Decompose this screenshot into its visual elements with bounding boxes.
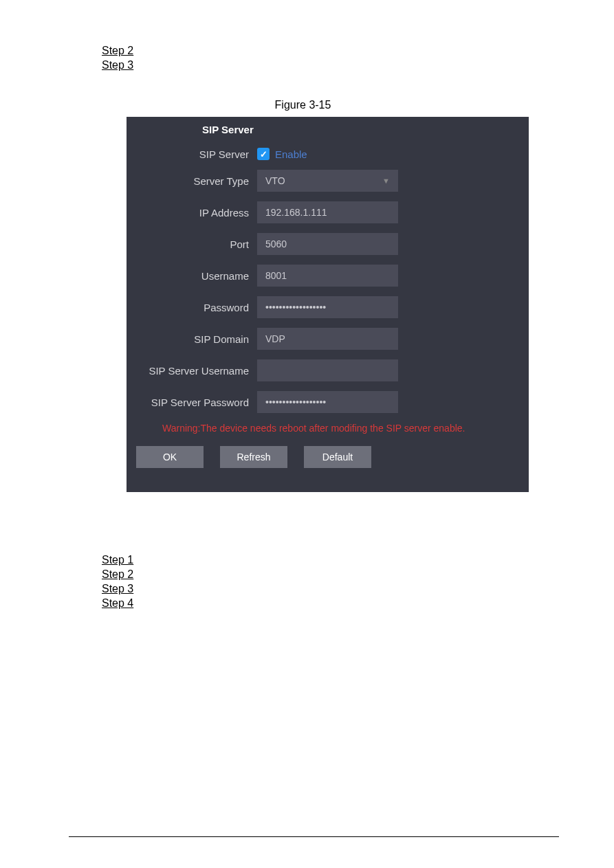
row-username: Username xyxy=(127,265,529,287)
label-port: Port xyxy=(140,238,257,250)
default-button[interactable]: Default xyxy=(304,446,371,468)
label-sip-server-username: SIP Server Username xyxy=(140,365,257,377)
row-ip-address: IP Address xyxy=(127,201,529,223)
label-sip-server-password: SIP Server Password xyxy=(140,397,257,408)
panel-title: SIP Server xyxy=(127,117,529,148)
sip-config-panel: SIP Server SIP Server ✓ Enable Server Ty… xyxy=(127,117,529,492)
port-input[interactable] xyxy=(257,233,398,255)
sip-server-password-input[interactable] xyxy=(257,391,398,413)
label-sip-server: SIP Server xyxy=(140,148,257,160)
step-link-3[interactable]: Step 3 xyxy=(102,59,545,71)
steps-top-group: Step 2 Step 3 xyxy=(102,45,545,71)
sip-server-username-input[interactable] xyxy=(257,359,398,381)
row-server-type: Server Type VTO ▼ xyxy=(127,170,529,192)
enable-checkbox[interactable]: ✓ xyxy=(257,148,270,160)
ok-button[interactable]: OK xyxy=(136,446,204,468)
ip-address-input[interactable] xyxy=(257,201,398,223)
server-type-select[interactable]: VTO ▼ xyxy=(257,170,398,192)
refresh-button[interactable]: Refresh xyxy=(220,446,287,468)
row-sip-domain: SIP Domain xyxy=(127,328,529,350)
row-password: Password xyxy=(127,296,529,318)
sip-domain-input[interactable] xyxy=(257,328,398,350)
row-port: Port xyxy=(127,233,529,255)
label-server-type: Server Type xyxy=(140,175,257,187)
enable-label: Enable xyxy=(275,148,307,160)
label-sip-domain: SIP Domain xyxy=(140,333,257,345)
label-password: Password xyxy=(140,302,257,313)
step-link-2[interactable]: Step 2 xyxy=(102,45,545,57)
row-sip-server-password: SIP Server Password xyxy=(127,391,529,413)
step-link-b1[interactable]: Step 1 xyxy=(102,554,545,566)
figure-label: Figure 3-15 xyxy=(61,99,545,111)
button-row: OK Refresh Default xyxy=(127,446,529,468)
username-input[interactable] xyxy=(257,265,398,287)
steps-bottom-group: Step 1 Step 2 Step 3 Step 4 xyxy=(102,554,545,610)
row-sip-server-username: SIP Server Username xyxy=(127,359,529,381)
label-ip-address: IP Address xyxy=(140,207,257,219)
password-input[interactable] xyxy=(257,296,398,318)
server-type-value: VTO xyxy=(265,175,285,186)
footer-divider xyxy=(69,836,559,837)
step-link-b3[interactable]: Step 3 xyxy=(102,583,545,595)
label-username: Username xyxy=(140,270,257,282)
chevron-down-icon: ▼ xyxy=(382,177,390,185)
warning-message: Warning:The device needs reboot after mo… xyxy=(127,423,529,434)
check-icon: ✓ xyxy=(260,149,267,159)
row-sip-server: SIP Server ✓ Enable xyxy=(127,148,529,160)
step-link-b4[interactable]: Step 4 xyxy=(102,597,545,610)
step-link-b2[interactable]: Step 2 xyxy=(102,568,545,581)
